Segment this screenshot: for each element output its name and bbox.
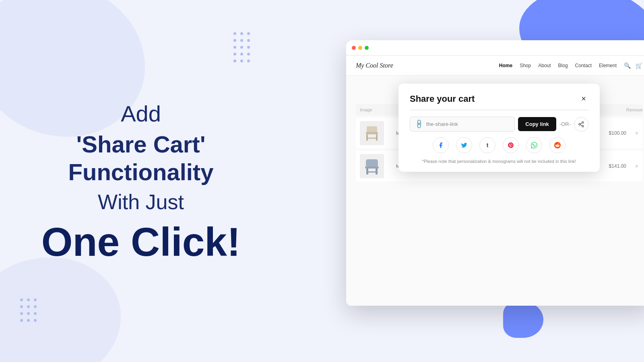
share-link-text: the-share-link [426, 121, 458, 127]
left-panel: Add 'Share Cart' Functionality With Just… [0, 0, 282, 362]
share-modal: Share your cart × 🔗 the-share-link Copy … [398, 84, 600, 172]
twitter-share-button[interactable] [456, 137, 472, 153]
svg-point-11 [579, 123, 580, 125]
svg-line-14 [580, 123, 582, 124]
share-link-row: 🔗 the-share-link Copy link -OR- [410, 117, 588, 132]
share-note: *Please note that personalization & mono… [410, 159, 588, 164]
store-nav-icons: 🔍 🛒 [624, 62, 642, 69]
headline-add: Add [121, 100, 161, 127]
headline-with: With Just [98, 189, 184, 214]
facebook-share-button[interactable] [433, 137, 449, 153]
browser-chrome [346, 40, 644, 56]
bg-blob-bottom-right [503, 302, 543, 338]
store-nav: My Cool Store Home Shop About Blog Conta… [346, 56, 644, 76]
svg-point-10 [582, 121, 584, 123]
or-label: -OR- [559, 121, 571, 127]
modal-overlay: Share your cart × 🔗 the-share-link Copy … [346, 76, 644, 306]
copy-link-button[interactable]: Copy link [518, 117, 556, 131]
share-icon-button[interactable] [574, 117, 588, 132]
modal-divider [410, 110, 588, 110]
browser-mockup: My Cool Store Home Shop About Blog Conta… [346, 40, 644, 306]
nav-about[interactable]: About [538, 63, 551, 68]
search-icon[interactable]: 🔍 [624, 62, 631, 69]
modal-close-button[interactable]: × [579, 93, 588, 104]
store-nav-links: Home Shop About Blog Contact Element [499, 63, 617, 68]
headline-share: 'Share Cart' Functionality [24, 130, 258, 186]
nav-blog[interactable]: Blog [558, 63, 568, 68]
browser-dot-green [365, 46, 369, 50]
pinterest-share-button[interactable] [503, 137, 519, 153]
share-link-input-wrap: 🔗 the-share-link [410, 117, 515, 132]
social-icons-row: t [410, 137, 588, 153]
svg-line-13 [580, 125, 582, 126]
link-icon: 🔗 [413, 119, 425, 130]
cart-icon[interactable]: 🛒 [636, 62, 642, 69]
tumblr-share-button[interactable]: t [479, 137, 495, 153]
share-modal-header: Share your cart × [410, 93, 588, 104]
nav-shop[interactable]: Shop [520, 63, 531, 68]
headline-one-click: One Click! [41, 222, 241, 262]
nav-contact[interactable]: Contact [575, 63, 592, 68]
browser-dot-yellow [358, 46, 362, 50]
nav-home[interactable]: Home [499, 63, 512, 68]
store-logo: My Cool Store [356, 62, 499, 69]
nav-element[interactable]: Element [599, 63, 617, 68]
share-modal-title: Share your cart [410, 94, 475, 104]
browser-dot-red [352, 46, 356, 50]
whatsapp-share-button[interactable] [526, 137, 542, 153]
svg-point-12 [582, 125, 584, 127]
browser-window: My Cool Store Home Shop About Blog Conta… [346, 40, 644, 306]
reddit-share-button[interactable] [549, 137, 566, 153]
